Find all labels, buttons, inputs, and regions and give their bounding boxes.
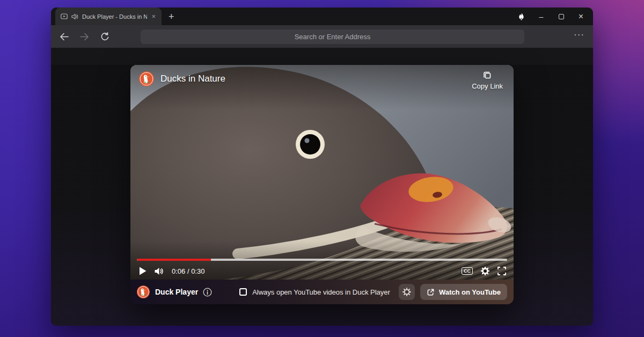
play-icon	[139, 267, 147, 275]
maximize-icon	[559, 14, 564, 19]
back-arrow-icon	[60, 33, 69, 41]
playback-controls: 0:06 / 0:30	[139, 267, 204, 275]
settings-button[interactable]	[481, 267, 489, 275]
copy-link-button[interactable]: Copy Link	[472, 70, 503, 90]
captions-button[interactable]: CC	[462, 267, 473, 275]
duckduckgo-logo-icon	[137, 285, 150, 298]
play-button[interactable]	[139, 267, 147, 275]
seek-bar-progress	[137, 259, 211, 261]
navigation-bar: Search or Enter Address ···	[51, 25, 593, 48]
copy-icon	[482, 70, 492, 80]
duck-player-brand: Duck Player	[155, 288, 198, 296]
forward-button[interactable]	[80, 33, 89, 41]
always-open-label: Always open YouTube videos in Duck Playe…	[252, 288, 390, 296]
watch-on-youtube-button[interactable]: Watch on YouTube	[420, 284, 507, 300]
video-title: Ducks in Nature	[160, 74, 225, 84]
volume-button[interactable]	[155, 267, 164, 275]
back-button[interactable]	[60, 33, 69, 41]
duckduckgo-logo-icon	[139, 71, 154, 86]
video-header: Ducks in Nature	[139, 71, 225, 86]
forward-arrow-icon	[80, 33, 89, 41]
seek-bar[interactable]	[137, 259, 507, 261]
fire-icon	[517, 12, 525, 21]
browser-tab[interactable]: Duck Player - Ducks in Nature ×	[55, 8, 162, 25]
info-button[interactable]	[203, 288, 212, 297]
time-display: 0:06 / 0:30	[172, 267, 204, 275]
page-content: Ducks in Nature Copy Link	[51, 65, 593, 326]
titlebar: Duck Player - Ducks in Nature × + – ×	[51, 8, 593, 25]
browser-window: Duck Player - Ducks in Nature × + – ×	[51, 8, 593, 326]
reload-button[interactable]	[100, 32, 109, 41]
gear-icon	[402, 288, 411, 296]
volume-icon	[155, 267, 164, 275]
window-controls: – ×	[511, 8, 593, 25]
video-frame[interactable]: Ducks in Nature Copy Link	[130, 65, 514, 280]
new-tab-button[interactable]: +	[169, 12, 174, 21]
fullscreen-button[interactable]	[497, 267, 506, 275]
duck-player-card: Ducks in Nature Copy Link	[130, 65, 514, 304]
desktop-background: Duck Player - Ducks in Nature × + – ×	[0, 0, 644, 337]
overflow-menu-button[interactable]: ···	[574, 33, 584, 40]
toolbar-right-group: Always open YouTube videos in Duck Playe…	[239, 284, 507, 300]
maximize-button[interactable]	[551, 8, 571, 25]
fullscreen-icon	[497, 267, 506, 275]
info-icon	[203, 288, 212, 297]
player-settings-button[interactable]	[399, 284, 415, 300]
duck-player-toolbar: Duck Player Always open YouTube videos i…	[130, 280, 514, 304]
video-player-icon	[61, 13, 68, 19]
tab-title: Duck Player - Ducks in Nature	[82, 13, 147, 20]
minimize-button[interactable]: –	[531, 8, 551, 25]
settings-gear-icon	[481, 267, 489, 275]
fire-button[interactable]	[511, 8, 531, 25]
secondary-controls: CC	[462, 267, 506, 275]
reload-icon	[100, 32, 109, 41]
watch-on-youtube-label: Watch on YouTube	[439, 288, 501, 296]
address-bar[interactable]: Search or Enter Address	[141, 30, 524, 44]
address-placeholder: Search or Enter Address	[295, 33, 371, 41]
external-link-icon	[427, 288, 435, 296]
window-close-button[interactable]: ×	[571, 8, 591, 25]
audio-playing-icon	[71, 13, 78, 20]
tab-close-icon[interactable]: ×	[151, 13, 156, 20]
copy-link-label: Copy Link	[472, 82, 503, 90]
always-open-checkbox[interactable]	[239, 288, 247, 296]
